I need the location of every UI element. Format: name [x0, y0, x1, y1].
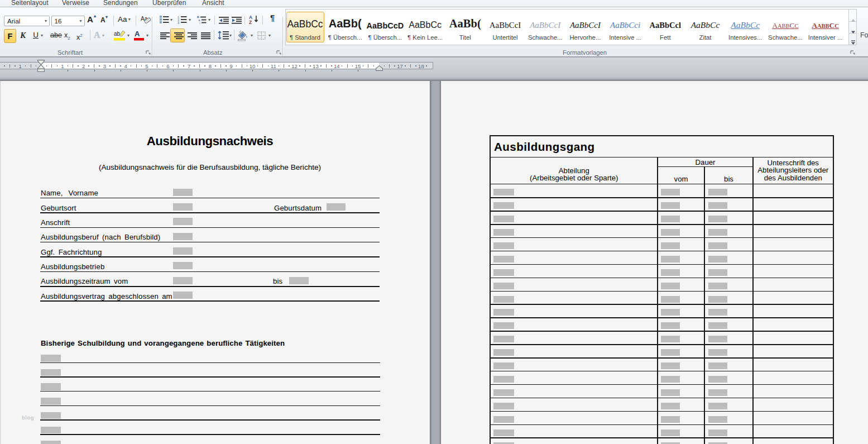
svg-text:A: A — [135, 30, 140, 38]
svg-text:3: 3 — [178, 21, 179, 25]
svg-text:i: i — [200, 21, 200, 25]
svg-text:ab: ab — [114, 31, 121, 37]
svg-text:Z: Z — [249, 20, 252, 25]
